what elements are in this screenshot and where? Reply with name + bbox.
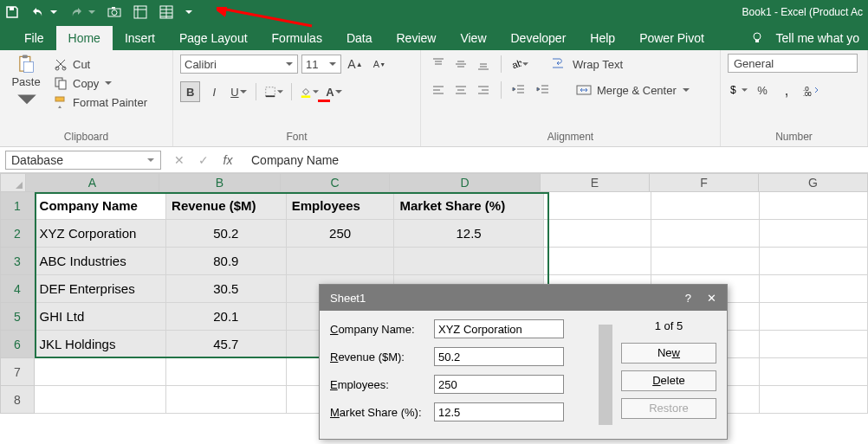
orientation-button[interactable]: ab: [508, 54, 529, 74]
bold-button[interactable]: B: [180, 81, 200, 102]
borders-button[interactable]: [263, 81, 284, 102]
align-top-icon[interactable]: [428, 54, 449, 74]
undo-dropdown-icon[interactable]: [50, 5, 57, 19]
col-header-A[interactable]: A: [26, 173, 159, 192]
form-input[interactable]: [434, 319, 564, 338]
cell-G2[interactable]: [760, 220, 868, 248]
tab-view[interactable]: View: [448, 26, 498, 50]
cell-G6[interactable]: [760, 331, 868, 358]
cell-D2[interactable]: 12.5: [394, 220, 543, 248]
cell-F3[interactable]: [651, 248, 760, 275]
tab-review[interactable]: Review: [385, 26, 449, 50]
align-middle-icon[interactable]: [450, 54, 471, 74]
cell-G5[interactable]: [760, 303, 868, 331]
col-header-E[interactable]: E: [541, 173, 650, 192]
col-header-G[interactable]: G: [759, 173, 868, 192]
italic-button[interactable]: I: [204, 81, 224, 102]
dialog-delete-button[interactable]: Delete: [621, 370, 716, 391]
wrap-text-button[interactable]: Wrap Text: [547, 55, 628, 73]
select-all-corner[interactable]: [0, 173, 26, 192]
percent-button[interactable]: %: [752, 80, 773, 100]
align-right-icon[interactable]: [473, 80, 494, 100]
font-name-combo[interactable]: Calibri: [180, 55, 298, 74]
cell-A6[interactable]: JKL Holdings: [35, 331, 166, 358]
cell-A2[interactable]: XYZ Corporation: [35, 220, 166, 248]
align-bottom-icon[interactable]: [473, 54, 494, 74]
dialog-scrollbar[interactable]: [599, 325, 612, 425]
fill-color-button[interactable]: [299, 81, 320, 102]
row-header-5[interactable]: 5: [0, 303, 35, 331]
row-header-3[interactable]: 3: [0, 248, 35, 275]
dialog-new-button[interactable]: New: [621, 343, 716, 364]
cell-B5[interactable]: 20.1: [166, 303, 287, 331]
row-header-6[interactable]: 6: [0, 331, 35, 358]
row-header-8[interactable]: 8: [0, 386, 35, 414]
cell-F1[interactable]: [651, 192, 760, 220]
decrease-font-icon[interactable]: A▼: [369, 54, 390, 74]
help-icon[interactable]: ?: [685, 292, 691, 305]
redo-icon[interactable]: [69, 5, 83, 19]
number-format-combo[interactable]: General: [728, 54, 858, 73]
decrease-indent-icon[interactable]: [508, 80, 529, 100]
row-header-7[interactable]: 7: [0, 358, 35, 386]
cell-D1[interactable]: Market Share (%): [394, 192, 543, 220]
paste-button[interactable]: Paste: [7, 55, 45, 108]
cut-button[interactable]: Cut: [54, 57, 147, 71]
camera-icon[interactable]: [107, 5, 121, 19]
copy-button[interactable]: Copy: [54, 76, 147, 90]
enter-formula-icon[interactable]: ✓: [194, 153, 213, 167]
tab-home[interactable]: Home: [56, 26, 113, 50]
cell-B4[interactable]: 30.5: [166, 275, 287, 303]
tab-developer[interactable]: Developer: [499, 26, 579, 50]
redo-dropdown-icon[interactable]: [88, 5, 95, 19]
col-header-C[interactable]: C: [281, 173, 390, 192]
row-header-2[interactable]: 2: [0, 220, 35, 248]
merge-center-button[interactable]: Merge & Center: [571, 81, 695, 99]
row-header-1[interactable]: 1: [0, 192, 35, 220]
increase-font-icon[interactable]: A▲: [345, 54, 366, 74]
cell-B6[interactable]: 45.7: [166, 331, 287, 358]
fx-icon[interactable]: fx: [218, 153, 237, 167]
font-size-combo[interactable]: 11: [301, 55, 341, 74]
cell-A8[interactable]: [35, 386, 166, 414]
tellme-text[interactable]: Tell me what yo: [776, 31, 859, 45]
name-box[interactable]: Database: [5, 151, 161, 170]
formula-input[interactable]: Company Name: [246, 153, 868, 167]
cell-B7[interactable]: [166, 358, 287, 386]
cell-B8[interactable]: [166, 386, 287, 414]
underline-button[interactable]: U: [228, 81, 249, 102]
col-header-F[interactable]: F: [650, 173, 759, 192]
tab-insert[interactable]: Insert: [113, 26, 167, 50]
cell-C2[interactable]: 250: [287, 220, 395, 248]
cell-A7[interactable]: [35, 358, 166, 386]
cell-G3[interactable]: [760, 248, 868, 275]
dialog-titlebar[interactable]: Sheet1 ? ✕: [320, 285, 727, 311]
form-input[interactable]: [434, 347, 564, 366]
cell-E3[interactable]: [544, 248, 652, 275]
cell-E1[interactable]: [544, 192, 652, 220]
cell-A5[interactable]: GHI Ltd: [35, 303, 166, 331]
undo-icon[interactable]: [31, 5, 45, 19]
align-left-icon[interactable]: [428, 80, 449, 100]
increase-indent-icon[interactable]: [533, 80, 554, 100]
form-icon[interactable]: [159, 5, 173, 19]
tellme-icon[interactable]: [750, 31, 764, 45]
cell-A3[interactable]: ABC Industries: [35, 248, 166, 275]
tab-data[interactable]: Data: [334, 26, 385, 50]
tab-page-layout[interactable]: Page Layout: [167, 26, 260, 50]
format-painter-button[interactable]: Format Painter: [54, 95, 147, 109]
increase-decimal-icon[interactable]: .0.00: [800, 80, 821, 100]
col-header-B[interactable]: B: [159, 173, 281, 192]
cell-G8[interactable]: [760, 386, 868, 414]
qat-customize-icon[interactable]: [185, 5, 192, 19]
form-input[interactable]: [434, 375, 564, 394]
tab-power-pivot[interactable]: Power Pivot: [627, 26, 716, 50]
align-center-icon[interactable]: [450, 80, 471, 100]
save-icon[interactable]: [5, 5, 19, 19]
cell-A4[interactable]: DEF Enterprises: [35, 275, 166, 303]
cell-B2[interactable]: 50.2: [166, 220, 287, 248]
cell-E2[interactable]: [544, 220, 652, 248]
cell-F2[interactable]: [651, 220, 760, 248]
col-header-D[interactable]: D: [390, 173, 541, 192]
cell-A1[interactable]: Company Name: [35, 192, 166, 220]
